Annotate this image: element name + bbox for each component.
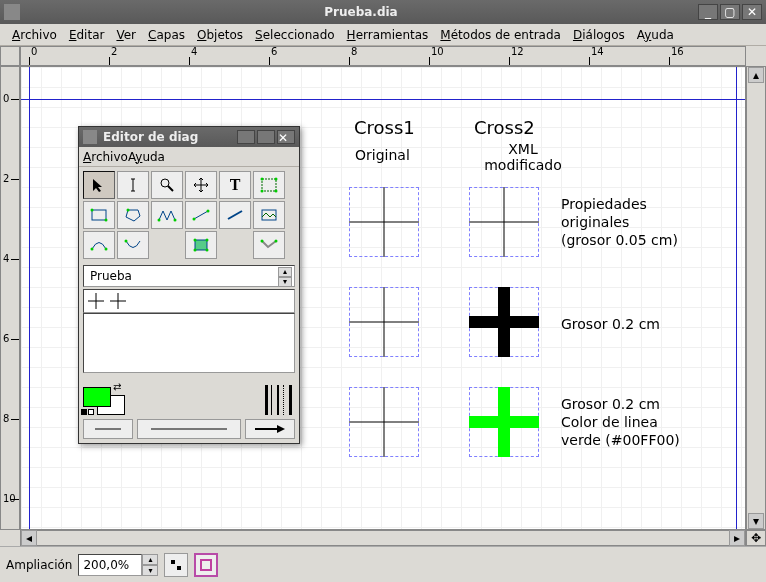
tool-curve-b[interactable] (117, 231, 149, 259)
line-style-preview[interactable] (265, 385, 295, 415)
zoom-spinner[interactable]: ▴ ▾ (78, 554, 158, 576)
canvas-nav-button[interactable]: ✥ (746, 530, 766, 546)
svg-point-9 (275, 190, 278, 193)
sheet-up-button[interactable]: ▴ (278, 267, 292, 277)
tool-line[interactable] (219, 201, 251, 229)
color-swatches[interactable]: ⇄ (83, 381, 125, 415)
guide-vertical-right[interactable] (736, 67, 737, 529)
scrollbar-horizontal[interactable]: ◂ ▸ (20, 530, 746, 546)
tool-curve-a[interactable] (83, 231, 115, 259)
cross-r2c2[interactable] (469, 287, 539, 357)
guide-vertical-left[interactable] (29, 67, 30, 529)
shape-cross-b[interactable] (108, 291, 128, 311)
desc-row2: Grosor 0.2 cm (561, 315, 660, 333)
svg-point-22 (105, 248, 108, 251)
sheet-down-button[interactable]: ▾ (278, 277, 292, 287)
col-sub-xml: XMLmodificado (478, 141, 568, 173)
snap-toggle-button[interactable] (164, 553, 188, 577)
editor-app-icon (83, 130, 97, 144)
swap-colors-icon[interactable]: ⇄ (113, 381, 121, 392)
menu-metodos[interactable]: Métodos de entrada (434, 28, 567, 42)
svg-point-25 (194, 239, 197, 242)
statusbar: Ampliación ▴ ▾ (0, 546, 766, 582)
tool-move[interactable] (185, 171, 217, 199)
tool-polygon[interactable] (117, 201, 149, 229)
cross-r1c2[interactable] (469, 187, 539, 257)
diagram-editor-window[interactable]: Editor de diag ✕ Archivo Ayuda T Prueba … (78, 126, 300, 444)
cross-r3c2[interactable] (469, 387, 539, 457)
scroll-up-button[interactable]: ▴ (748, 67, 764, 83)
line-end-style[interactable] (245, 419, 295, 439)
zoom-input[interactable] (78, 554, 142, 576)
tool-zoom[interactable] (151, 171, 183, 199)
menu-herramientas[interactable]: Herramientas (341, 28, 435, 42)
menu-dialogos[interactable]: Diálogos (567, 28, 631, 42)
menu-editar[interactable]: Editar (63, 28, 111, 42)
menubar: Archivo Editar Ver Capas Objetos Selecci… (0, 24, 766, 46)
svg-line-4 (168, 186, 173, 191)
editor-menu-archivo[interactable]: Archivo (83, 150, 128, 164)
menu-capas[interactable]: Capas (142, 28, 191, 42)
zoom-up-button[interactable]: ▴ (142, 554, 158, 565)
shape-cross-a[interactable] (86, 291, 106, 311)
default-fg-icon[interactable] (81, 409, 87, 415)
default-bg-icon[interactable] (88, 409, 94, 415)
editor-close-button[interactable]: ✕ (277, 130, 295, 144)
tool-poly-edit[interactable] (185, 231, 217, 259)
sheet-selector[interactable]: Prueba ▴▾ (83, 265, 295, 287)
svg-point-21 (91, 248, 94, 251)
maximize-button[interactable]: ▢ (720, 4, 740, 20)
editor-titlebar[interactable]: Editor de diag ✕ (79, 127, 299, 147)
editor-menu-ayuda[interactable]: Ayuda (128, 150, 165, 164)
minimize-button[interactable]: _ (698, 4, 718, 20)
object-snap-button[interactable] (194, 553, 218, 577)
line-start-style[interactable] (83, 419, 133, 439)
cross-r2c1[interactable] (349, 287, 419, 357)
svg-rect-1 (177, 566, 181, 570)
tool-zigzag[interactable] (151, 201, 183, 229)
window-title: Prueba.dia (26, 5, 696, 19)
svg-point-11 (91, 209, 94, 212)
tool-image-box[interactable] (253, 201, 285, 229)
tool-pointer[interactable] (83, 171, 115, 199)
sheet-name: Prueba (90, 269, 132, 283)
svg-point-23 (125, 240, 128, 243)
editor-maximize-button[interactable] (257, 130, 275, 144)
scrollbar-vertical[interactable]: ▴ ▾ (746, 66, 766, 530)
cross-r3c1[interactable] (349, 387, 419, 457)
menu-ver[interactable]: Ver (110, 28, 142, 42)
tool-select-box[interactable] (253, 171, 285, 199)
zoom-down-button[interactable]: ▾ (142, 565, 158, 576)
zoom-label: Ampliación (6, 558, 72, 572)
svg-point-29 (261, 240, 264, 243)
svg-point-30 (275, 240, 278, 243)
tool-text-cursor[interactable] (117, 171, 149, 199)
tool-rect[interactable] (83, 201, 115, 229)
cross-r1c1[interactable] (349, 187, 419, 257)
foreground-color-swatch[interactable] (83, 387, 111, 407)
svg-rect-2 (201, 560, 211, 570)
svg-point-13 (127, 209, 130, 212)
guide-horizontal-top[interactable] (21, 99, 745, 100)
tool-text[interactable]: T (219, 171, 251, 199)
svg-point-18 (207, 210, 210, 213)
line-body-style[interactable] (137, 419, 241, 439)
scroll-down-button[interactable]: ▾ (748, 513, 764, 529)
svg-point-8 (261, 190, 264, 193)
ruler-corner (0, 46, 20, 66)
col-header-cross1: Cross1 (354, 117, 415, 138)
scroll-left-button[interactable]: ◂ (21, 530, 37, 546)
tool-link[interactable] (253, 231, 285, 259)
editor-minimize-button[interactable] (237, 130, 255, 144)
tool-lineseg[interactable] (185, 201, 217, 229)
close-button[interactable]: ✕ (742, 4, 762, 20)
menu-seleccionado[interactable]: Seleccionado (249, 28, 341, 42)
line-ends-row (83, 419, 295, 439)
menu-objetos[interactable]: Objetos (191, 28, 249, 42)
menu-ayuda[interactable]: Ayuda (631, 28, 680, 42)
ruler-horizontal[interactable]: 0246810121416 (20, 46, 746, 66)
ruler-vertical[interactable]: 0246810 (0, 66, 20, 530)
menu-archivo[interactable]: Archivo (6, 28, 63, 42)
svg-point-26 (206, 239, 209, 242)
scroll-right-button[interactable]: ▸ (729, 530, 745, 546)
